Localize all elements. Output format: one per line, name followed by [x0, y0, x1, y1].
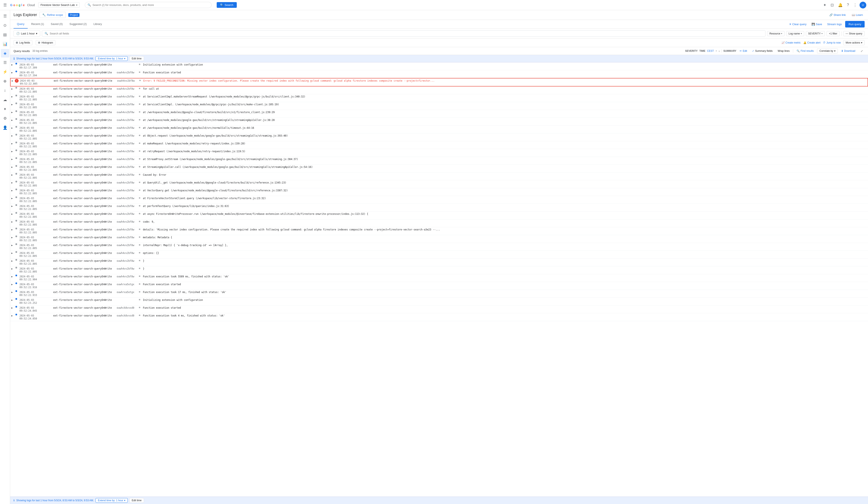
refine-scope-button[interactable]: 🔧 Refine scope: [40, 12, 66, 18]
row-expand-button[interactable]: ▶: [10, 134, 14, 137]
learn-button[interactable]: 📖 Learn: [850, 12, 865, 18]
row-expand-button[interactable]: ▶: [10, 118, 14, 122]
global-search-button[interactable]: 🔍 Search: [217, 2, 237, 8]
row-expand-button[interactable]: ▶: [10, 103, 14, 106]
sidebar-nav-icon-home[interactable]: ⊙: [1, 21, 9, 30]
histogram-toggle[interactable]: Histogram: [36, 40, 55, 45]
bottom-extend-time-button[interactable]: Extend time by: 1 hour ▾: [95, 498, 128, 503]
sidebar-nav-icon-star[interactable]: ✦: [1, 105, 9, 113]
correlate-by-button[interactable]: Correlate by ▾: [817, 49, 838, 53]
save-button[interactable]: 💾 Save: [810, 21, 824, 27]
summary-fields-button[interactable]: ✓ Summary fields: [751, 49, 774, 53]
bottom-edit-time-button[interactable]: Edit time: [130, 498, 144, 503]
jump-to-now-button[interactable]: ⏱ Jump to now: [823, 41, 841, 44]
row-expand-button[interactable]: ▶: [10, 71, 14, 74]
expand-icon-button[interactable]: ⤢: [859, 48, 865, 54]
row-expand-button[interactable]: ▶: [10, 196, 14, 200]
run-query-button[interactable]: Run query: [845, 21, 865, 28]
row-expand-button[interactable]: ▶: [10, 290, 14, 294]
row-expand-button[interactable]: ▶: [10, 142, 14, 145]
sidebar-nav-icon-settings[interactable]: ⚙: [1, 114, 9, 123]
row-expand-button[interactable]: ▶: [10, 204, 14, 208]
sort-down-icon[interactable]: ↓: [719, 50, 720, 52]
row-expand-button[interactable]: ▶: [10, 220, 14, 223]
project-selector[interactable]: Firestore Vector Search Lab ▾: [38, 2, 80, 8]
row-expand-button[interactable]: ▶: [10, 150, 14, 153]
tab-library[interactable]: Library: [90, 20, 105, 29]
download-button[interactable]: ⬇ Download: [839, 49, 857, 53]
create-alert-button[interactable]: 🔔 Create alert: [803, 41, 821, 44]
find-results-button[interactable]: 🔍 Find results: [795, 49, 815, 53]
row-expand-button[interactable]: ▶: [10, 228, 14, 231]
extend-time-button[interactable]: Extend time by: 1 hour ▾: [95, 56, 128, 61]
spark-icon-button[interactable]: ✦: [822, 1, 828, 9]
more-options-button[interactable]: ⋮: [851, 1, 859, 9]
sidebar-nav-icon-user[interactable]: 👤: [1, 123, 9, 132]
stream-logs-button[interactable]: Stream logs: [826, 21, 844, 27]
tab-suggested[interactable]: Suggested (2): [66, 20, 90, 29]
row-expand-button[interactable]: ▶: [10, 165, 14, 168]
sidebar-nav-icon-menu[interactable]: ☰: [1, 58, 9, 67]
show-query-button[interactable]: — Show query: [843, 31, 865, 36]
tab-recent[interactable]: Recent (1): [28, 20, 47, 29]
row-time: 2024-05-03 09:52:22.805: [19, 196, 52, 203]
row-expand-button[interactable]: ▶: [10, 251, 14, 255]
row-expand-button[interactable]: ▶: [10, 298, 14, 301]
row-expand-icon: ≡: [137, 157, 142, 160]
row-log-name: ext-firestore-vector-search-queryOnWrite: [52, 243, 116, 247]
sidebar-nav-icon-0[interactable]: ☰: [1, 12, 9, 20]
search-fields-input[interactable]: [50, 32, 763, 35]
sidebar-nav-icon-transfer[interactable]: ↕: [1, 86, 9, 95]
log-fields-toggle[interactable]: Log fields: [13, 40, 32, 45]
clear-query-button[interactable]: ✕ Clear query: [787, 21, 808, 27]
row-expand-button[interactable]: ▶: [10, 259, 14, 263]
global-search-bar[interactable]: 🔍: [85, 2, 211, 8]
row-expand-button[interactable]: ▶: [10, 236, 14, 239]
sort-up-icon[interactable]: ↑: [715, 50, 717, 52]
row-message: }: [142, 259, 868, 263]
global-search-input[interactable]: [93, 3, 209, 7]
edit-time-button[interactable]: Edit time: [130, 56, 144, 61]
share-link-button[interactable]: 🔗 Share link: [828, 12, 847, 18]
plus-filter-chip[interactable]: +1 filter: [827, 31, 840, 36]
sidebar-nav-icon-cloud[interactable]: ☁: [1, 95, 9, 104]
row-expand-button[interactable]: ▶: [10, 314, 14, 317]
row-expand-button[interactable]: ▶: [10, 267, 14, 270]
row-expand-button[interactable]: ▶: [10, 188, 14, 192]
row-expand-button[interactable]: ▶: [10, 275, 14, 278]
row-expand-button[interactable]: ▶: [10, 243, 14, 247]
row-expand-button[interactable]: ▶: [10, 110, 14, 114]
screen-icon-button[interactable]: ⊡: [829, 1, 835, 9]
help-button[interactable]: ?: [845, 1, 851, 9]
sidebar-nav-icon-alerts[interactable]: ⚡: [1, 68, 9, 76]
create-metric-button[interactable]: 📈 Create metric: [782, 41, 801, 44]
more-actions-button[interactable]: More actions ▾: [843, 40, 865, 45]
time-filter-button[interactable]: 🕐 Last 1 hour ▾: [13, 30, 40, 37]
row-expand-button[interactable]: ▶: [10, 181, 14, 184]
row-expand-button[interactable]: ▶: [10, 306, 14, 309]
tab-saved[interactable]: Saved (0): [47, 20, 66, 29]
wrap-lines-button[interactable]: Wrap lines: [776, 49, 791, 53]
edit-summary-button[interactable]: ✏ Edit: [738, 49, 749, 53]
tab-query[interactable]: Query: [13, 20, 28, 29]
logname-filter-chip[interactable]: Log name ▾: [786, 31, 804, 36]
row-expand-button[interactable]: ▶: [10, 63, 14, 66]
row-expand-button[interactable]: ▶: [10, 95, 14, 98]
row-expand-button[interactable]: ▶: [10, 282, 14, 286]
sidebar-nav-icon-dashboard[interactable]: ▤: [1, 30, 9, 39]
screen-icon: ⊡: [830, 3, 834, 7]
sidebar-nav-icon-add[interactable]: ⊕: [1, 77, 9, 85]
row-expand-button[interactable]: ▶: [10, 87, 14, 90]
row-expand-button[interactable]: ▶: [10, 173, 14, 176]
row-expand-button[interactable]: ▶: [11, 79, 14, 82]
avatar[interactable]: U: [859, 2, 866, 9]
severity-filter-chip[interactable]: SEVERITY ▾: [806, 31, 825, 36]
row-expand-button[interactable]: ▶: [10, 157, 14, 161]
resource-filter-chip[interactable]: Resource ▾: [767, 31, 785, 36]
row-expand-button[interactable]: ▶: [10, 212, 14, 215]
sidebar-nav-icon-metrics[interactable]: 📊: [1, 40, 9, 48]
notifications-button[interactable]: 🔔: [836, 1, 844, 9]
hamburger-menu-button[interactable]: ☰: [2, 1, 9, 9]
row-expand-button[interactable]: ▶: [10, 126, 14, 130]
sidebar-nav-icon-logs[interactable]: ◈: [1, 49, 9, 58]
